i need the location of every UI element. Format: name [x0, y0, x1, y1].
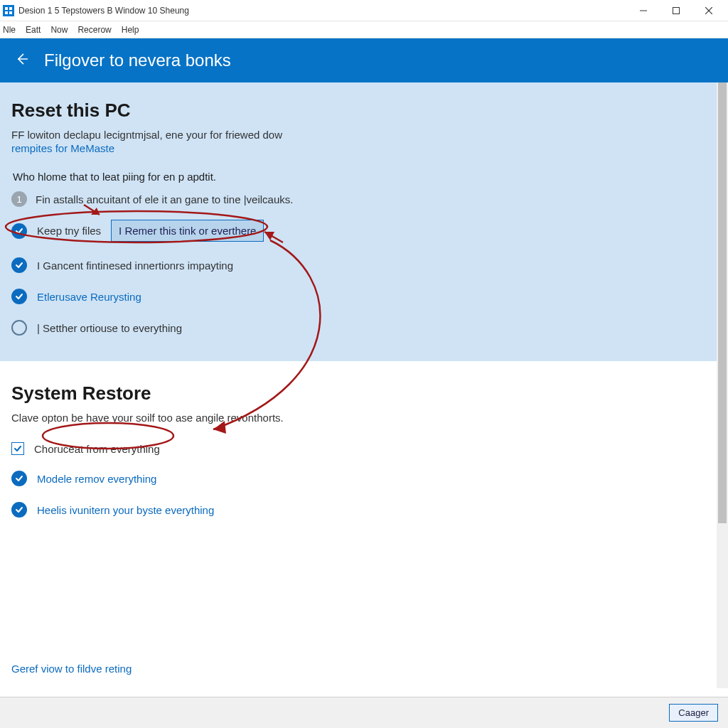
check-icon: [11, 257, 27, 273]
maximize-button[interactable]: [660, 0, 692, 21]
svg-rect-1: [673, 7, 680, 14]
minimize-button[interactable]: [627, 0, 660, 21]
reset-section: Reset this PC FF lowiton declapu lecignt…: [0, 82, 728, 361]
restore-description: Clave opton be have your soilf too ase a…: [11, 412, 717, 424]
checkbox-checked-icon[interactable]: [11, 442, 24, 455]
option-label: Etlerusave Reurysting: [37, 291, 141, 303]
titlebar: Desion 1 5 Tepstowers B Window 10 Sheung: [0, 0, 728, 21]
footer-link[interactable]: Geref viow to fildve reting: [11, 663, 132, 675]
reset-heading: Reset this PC: [11, 100, 717, 122]
bottom-bar: Caager: [0, 697, 728, 728]
window-title: Desion 1 5 Tepstowers B Window 10 Sheung: [18, 6, 627, 16]
option-heelis[interactable]: Heelis ivunitern your byste everything: [11, 502, 717, 518]
option-modele[interactable]: Modele remov everything: [11, 471, 717, 486]
window-controls: [627, 0, 725, 21]
page-title: Filgover to nevera bonks: [44, 50, 231, 70]
option-gancent[interactable]: I Gancent fintinesed innertionrs impayti…: [11, 257, 717, 273]
option-choruceat[interactable]: Choruceat from everything: [11, 442, 717, 455]
option-etlerusave[interactable]: Etlerusave Reurysting: [11, 289, 717, 304]
menu-item[interactable]: Help: [122, 25, 139, 35]
check-icon: [11, 471, 27, 486]
highlighted-option[interactable]: I Remer this tink or everthere: [111, 220, 264, 242]
option-label: Choruceat from everything: [34, 443, 160, 455]
content-area: Reset this PC FF lowiton declapu lecignt…: [0, 82, 728, 688]
reset-prompt: Who hlome that to leat piing for en p ap…: [13, 171, 717, 183]
reset-description: FF lowiton declapu lecigntmjsal, ene you…: [11, 129, 717, 141]
caager-button[interactable]: Caager: [669, 704, 718, 722]
step-number-badge: 1: [11, 191, 27, 207]
option-label: Heelis ivunitern your byste everything: [37, 504, 214, 516]
app-icon: [3, 5, 14, 16]
option-label: I Gancent fintinesed innertionrs impayti…: [37, 259, 233, 272]
menu-item[interactable]: Eatt: [26, 25, 41, 35]
check-icon: [11, 289, 27, 304]
step-text: Fin astalls ancuitant of ele it an gane …: [36, 193, 293, 205]
option-setther[interactable]: | Setther ortiouse to everything: [11, 320, 717, 336]
restore-section: System Restore Clave opton be have your …: [0, 361, 728, 547]
option-label: Modele remov everything: [37, 473, 156, 485]
option-label: | Setther ortiouse to everything: [37, 322, 182, 334]
back-arrow-icon[interactable]: [14, 52, 28, 69]
close-button[interactable]: [692, 0, 725, 21]
restore-heading: System Restore: [11, 382, 717, 405]
menu-item[interactable]: Now: [50, 25, 68, 35]
menubar: Nle Eatt Now Recerow Help: [0, 21, 728, 38]
check-icon: [11, 223, 27, 239]
radio-empty-icon: [11, 320, 27, 336]
option-label: Keep tny files: [37, 225, 101, 237]
scrollbar-thumb[interactable]: [718, 82, 727, 523]
page-header: Filgover to nevera bonks: [0, 38, 728, 82]
step-row: 1 Fin astalls ancuitant of ele it an gan…: [11, 191, 717, 207]
option-keep-files[interactable]: Keep tny files I Remer this tink or ever…: [11, 220, 717, 242]
footer-link-row: Geref viow to fildve reting: [11, 663, 132, 675]
check-icon: [11, 502, 27, 518]
reset-link[interactable]: rempites for MeMaste: [11, 142, 114, 154]
scrollbar-track[interactable]: [717, 82, 728, 688]
menu-item[interactable]: Recerow: [77, 25, 111, 35]
menu-item[interactable]: Nle: [3, 25, 16, 35]
